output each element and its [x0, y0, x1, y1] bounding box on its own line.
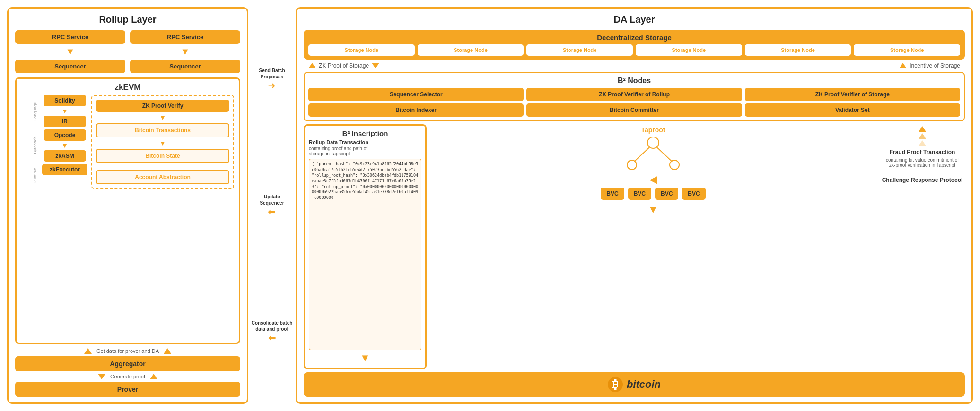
svg-line-3 — [657, 147, 672, 162]
account-abstraction-block: Account Abstraction — [96, 170, 229, 184]
btc-indexer: Bitcoin Indexer — [308, 103, 524, 117]
seq-row: Sequencer Sequencer — [15, 60, 240, 73]
da-title: DA Layer — [304, 14, 965, 25]
seq-box-1: Sequencer — [15, 60, 125, 73]
zkexecutor-block: zkExecutor — [42, 164, 88, 175]
rpc-box-2: RPC Service — [130, 30, 240, 44]
bvc-2: BVC — [628, 188, 651, 200]
b2nodes-section: B² Nodes Sequencer Selector ZK Proof Ver… — [304, 72, 965, 121]
seq-box-2: Sequencer — [130, 60, 240, 73]
storage-node-4: Storage Node — [636, 44, 742, 56]
connector-zone: Send BatchProposals ➜ UpdateSequencer ⬅ … — [248, 7, 296, 404]
taproot-area: Taproot ◀ BVC BVC — [430, 124, 876, 369]
prover-box: Prover — [15, 382, 240, 397]
fraud-sub: containing bit value commitment ofzk-pro… — [886, 157, 959, 168]
storage-node-6: Storage Node — [854, 44, 960, 56]
fraud-title: Fraud Proof Transaction — [890, 149, 955, 155]
opcode-block: Opcode — [44, 129, 86, 141]
svg-line-1 — [634, 147, 649, 162]
send-batch-label: Send BatchProposals — [259, 68, 285, 80]
triangle-up-gen — [150, 374, 158, 379]
incentive-storage: Incentive of Storage — [910, 62, 960, 69]
triangle-down-left — [98, 374, 105, 379]
rpc-box-1: RPC Service — [15, 30, 125, 44]
get-data-label: Get data for prover and DA — [96, 348, 159, 354]
rollup-title: Rollup Layer — [15, 14, 240, 25]
rollup-panel: Rollup Layer RPC Service RPC Service ▼ ▼… — [7, 7, 248, 404]
solidity-block: Solidity — [44, 95, 86, 106]
storage-node-3: Storage Node — [526, 44, 633, 56]
decentral-title: Decentralized Storage — [308, 34, 960, 42]
storage-node-5: Storage Node — [745, 44, 851, 56]
svg-point-2 — [627, 160, 637, 170]
decentral-section: Decentralized Storage Storage Node Stora… — [304, 30, 965, 60]
svg-point-0 — [648, 137, 659, 148]
da-panel: DA Layer Decentralized Storage Storage N… — [296, 7, 973, 404]
btc-committer: Bitcoin Committer — [526, 103, 742, 117]
consolidate-label: Consolidate batchdata and proof — [252, 320, 293, 332]
zk-verify-block: ZK Proof Verify — [96, 100, 229, 112]
inscription-title: B² Inscription — [309, 129, 421, 137]
generate-proof-label: Generate proof — [110, 374, 145, 379]
zkasm-block: zkASM — [44, 150, 86, 162]
bitcoin-text: bitcoin — [627, 378, 661, 391]
btc-tx-block: Bitcoin Transactions — [96, 123, 229, 137]
zk-proof-storage: ZK Proof of Storage — [319, 62, 369, 69]
fraud-section: Fraud Proof Transaction containing bit v… — [880, 124, 965, 369]
bitcoin-icon: ₿ — [608, 377, 623, 392]
bytecode-label: Bytecode — [21, 128, 37, 162]
taproot-title: Taproot — [641, 126, 665, 134]
challenge-label: Challenge-Response Protocol — [882, 176, 963, 184]
storage-nodes-row: Storage Node Storage Node Storage Node S… — [308, 44, 960, 56]
bvc-3: BVC — [655, 188, 678, 200]
bvc-4: BVC — [682, 188, 705, 200]
rollup-data-sub: containing proof and path ofstorage in T… — [309, 146, 421, 156]
seq-selector: Sequencer Selector — [308, 88, 524, 101]
zkevm-section: zkEVM Language Bytecode Runtime Solidity… — [15, 77, 240, 344]
zk-verifier-rollup: ZK Proof Verifier of Rollup — [526, 88, 742, 101]
taproot-tree-svg — [606, 136, 700, 173]
rollup-data-label: Rollup Data Transaction — [309, 139, 421, 145]
triangle-up-left — [84, 348, 92, 354]
bvc-1: BVC — [601, 188, 624, 200]
update-sequencer-label: UpdateSequencer — [260, 194, 284, 206]
btc-state-block: Bitcoin State — [96, 149, 229, 163]
ir-block: IR — [44, 116, 86, 127]
bitcoin-bar: ₿ bitcoin — [304, 372, 965, 397]
zkevm-title: zkEVM — [21, 83, 234, 92]
zk-verifier-storage: ZK Proof Verifier of Storage — [745, 88, 960, 101]
b2nodes-title: B² Nodes — [308, 77, 960, 85]
code-block: { "parent_hash": "0x9c23c941b8f65f2044bb… — [309, 159, 421, 350]
runtime-label: Runtime — [21, 162, 37, 189]
language-label: Language — [21, 95, 37, 128]
triangle-up-right — [164, 348, 171, 354]
validator-set: Validator Set — [745, 103, 960, 117]
storage-node-1: Storage Node — [308, 44, 415, 56]
aggregator-box: Aggregator — [15, 356, 240, 371]
svg-point-4 — [670, 160, 679, 170]
inscription-section: B² Inscription Rollup Data Transaction c… — [304, 124, 427, 369]
rpc-row: RPC Service RPC Service — [15, 30, 240, 44]
storage-node-2: Storage Node — [418, 44, 524, 56]
